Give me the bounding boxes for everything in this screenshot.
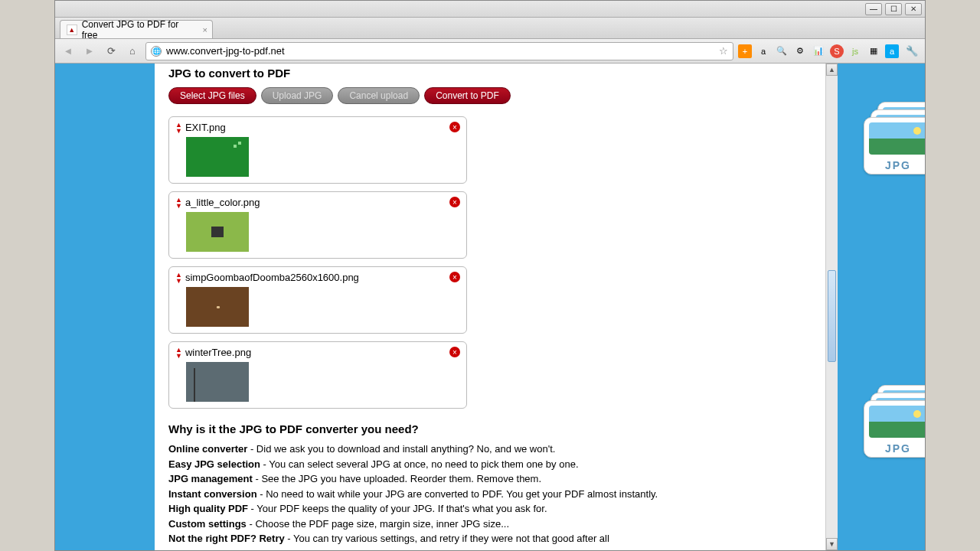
reorder-handle[interactable]: ▲▼ xyxy=(175,272,182,284)
cancel-upload-button: Cancel upload xyxy=(338,87,420,104)
move-down-icon[interactable]: ▼ xyxy=(175,203,182,209)
reorder-handle[interactable]: ▲▼ xyxy=(175,122,182,134)
select-jpg-button[interactable]: Select JPG files xyxy=(168,87,256,104)
tab-close-icon[interactable]: × xyxy=(203,25,207,34)
close-window-button[interactable]: ✕ xyxy=(905,3,922,15)
file-name: winterTree.png xyxy=(185,347,460,358)
feature-line: No JPG limit - Put as many JPG as you wa… xyxy=(168,546,812,551)
convert-to-pdf-button[interactable]: Convert to PDF xyxy=(424,87,511,104)
scroll-thumb[interactable] xyxy=(828,270,836,362)
feature-title: Custom settings xyxy=(168,518,247,530)
background-decoration-right: JPG JPG xyxy=(864,102,925,550)
feature-title: Online converter xyxy=(168,443,247,455)
feature-line: Online converter - Did we ask you to dow… xyxy=(168,442,812,457)
extension-stumble-icon[interactable]: S xyxy=(830,44,844,58)
file-thumbnail xyxy=(186,287,249,327)
browser-window: — ☐ ✕ ▲ Convert JPG to PDF for free × ◄ … xyxy=(54,0,926,551)
feature-title: Not the right PDF? Retry xyxy=(168,533,285,544)
move-down-icon[interactable]: ▼ xyxy=(175,353,182,359)
url-input[interactable] xyxy=(166,45,714,57)
extension-stats-icon[interactable]: 📊 xyxy=(812,44,825,58)
extension-search-icon[interactable]: 🔍 xyxy=(775,44,789,58)
feature-line: JPG management - See the JPG you have up… xyxy=(168,471,812,487)
extension-addthis-icon[interactable]: + xyxy=(738,44,752,58)
vertical-scrollbar[interactable]: ▲ ▼ xyxy=(825,64,838,550)
site-info-icon[interactable]: 🌐 xyxy=(151,46,162,57)
upload-jpg-button: Upload JPG xyxy=(261,87,334,104)
action-button-row: Select JPG files Upload JPG Cancel uploa… xyxy=(168,87,812,104)
file-card: ▲▼EXIT.png× xyxy=(168,116,467,184)
back-button[interactable]: ◄ xyxy=(60,43,77,60)
tab-title: Convert JPG to PDF for free xyxy=(82,19,194,41)
main-content: JPG to convert to PDF Select JPG files U… xyxy=(155,64,825,550)
feature-line: Instant conversion - No need to wait whi… xyxy=(168,487,812,502)
toolbar: ◄ ► ⟳ ⌂ 🌐 ☆ + a 🔍 ⚙ 📊 S js ▦ a 🔧 xyxy=(55,39,925,64)
browser-tab[interactable]: ▲ Convert JPG to PDF for free × xyxy=(60,20,213,38)
background-decoration-left: JPG xyxy=(55,79,124,550)
feature-title: Instant conversion xyxy=(168,488,257,500)
feature-title: JPG management xyxy=(168,473,253,484)
file-thumbnail xyxy=(186,362,249,402)
reorder-handle[interactable]: ▲▼ xyxy=(175,347,182,359)
window-titlebar: — ☐ ✕ xyxy=(55,1,925,18)
wrench-menu-icon[interactable]: 🔧 xyxy=(903,43,920,60)
file-name: simpGoombaofDoomba2560x1600.png xyxy=(185,272,460,283)
tab-strip: ▲ Convert JPG to PDF for free × xyxy=(55,18,925,39)
minimize-button[interactable]: — xyxy=(865,3,882,15)
move-down-icon[interactable]: ▼ xyxy=(175,128,182,134)
file-card: ▲▼winterTree.png× xyxy=(168,341,467,409)
bookmark-star-icon[interactable]: ☆ xyxy=(719,45,728,57)
why-heading: Why is it the JPG to PDF converter you n… xyxy=(168,422,812,435)
reload-button[interactable]: ⟳ xyxy=(103,43,119,60)
maximize-button[interactable]: ☐ xyxy=(885,3,902,15)
extension-list-icon[interactable]: ▦ xyxy=(867,44,880,58)
page-viewport: JPG JPG JPG JPG to convert to PDF Sel xyxy=(55,64,925,550)
feature-line: Easy JPG selection - You can select seve… xyxy=(168,457,812,472)
feature-line: Custom settings - Choose the PDF page si… xyxy=(168,517,812,532)
address-bar[interactable]: 🌐 ☆ xyxy=(145,42,733,60)
file-thumbnail xyxy=(186,212,249,252)
extension-amazon-icon[interactable]: a xyxy=(756,44,770,58)
favicon-icon: ▲ xyxy=(67,24,77,35)
file-name: a_little_color.png xyxy=(185,197,460,208)
remove-file-button[interactable]: × xyxy=(449,122,460,132)
file-card: ▲▼simpGoombaofDoomba2560x1600.png× xyxy=(168,266,467,334)
why-section: Why is it the JPG to PDF converter you n… xyxy=(168,422,812,550)
file-thumbnail xyxy=(186,137,249,177)
file-name: EXIT.png xyxy=(185,122,460,133)
feature-title: Easy JPG selection xyxy=(168,458,260,470)
feature-title: High quality PDF xyxy=(168,503,248,514)
remove-file-button[interactable]: × xyxy=(449,272,460,282)
feature-line: High quality PDF - Your PDF keeps the qu… xyxy=(168,501,812,517)
extension-js-icon[interactable]: js xyxy=(848,44,862,58)
section-heading: JPG to convert to PDF xyxy=(168,67,812,80)
feature-title: No JPG limit xyxy=(168,548,227,551)
forward-button[interactable]: ► xyxy=(81,43,98,60)
remove-file-button[interactable]: × xyxy=(449,347,460,357)
scroll-down-arrow[interactable]: ▼ xyxy=(826,538,838,550)
reorder-handle[interactable]: ▲▼ xyxy=(175,197,182,209)
home-button[interactable]: ⌂ xyxy=(124,43,141,60)
scroll-up-arrow[interactable]: ▲ xyxy=(826,64,838,76)
move-down-icon[interactable]: ▼ xyxy=(175,278,182,284)
file-card: ▲▼a_little_color.png× xyxy=(168,191,467,259)
remove-file-button[interactable]: × xyxy=(449,197,460,207)
feature-line: Not the right PDF? Retry - You can try v… xyxy=(168,531,812,546)
extension-alexa-icon[interactable]: a xyxy=(885,44,899,58)
extension-gear-icon[interactable]: ⚙ xyxy=(793,44,807,58)
